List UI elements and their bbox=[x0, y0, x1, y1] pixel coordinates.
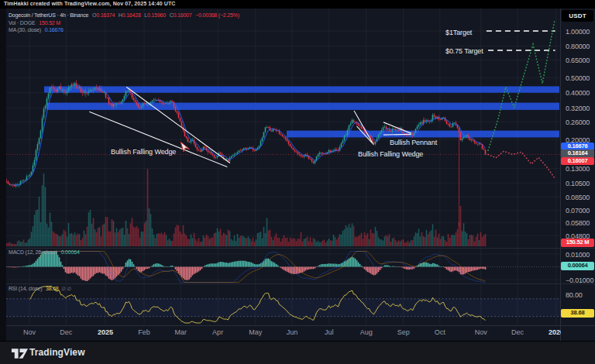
time-axis-label: Jul bbox=[325, 328, 334, 336]
price-axis-label: 0.80000 bbox=[566, 43, 590, 50]
change-value: −0.00368 (−2.25%) bbox=[195, 12, 239, 18]
macd-axis-label: 0.01000 bbox=[566, 251, 590, 259]
rsi-title: RSI (14, close) bbox=[9, 286, 42, 291]
price-axis-label: 0.10500 bbox=[566, 180, 590, 187]
annotation-falling-wedge-2[interactable]: Bullish Falling Wedge bbox=[358, 150, 423, 158]
rsi-value: 38.68 bbox=[46, 286, 59, 291]
attribution-text: TimHakki created with TradingView.com, N… bbox=[4, 1, 176, 6]
price-axis-label: 0.65000 bbox=[566, 57, 590, 64]
price-axis-label: 0.08500 bbox=[566, 194, 590, 201]
footer-bar: TradingView bbox=[0, 341, 595, 364]
macd-title: MACD (12, 26, close) bbox=[9, 249, 57, 255]
price-axis-label: 0.32000 bbox=[566, 105, 590, 112]
time-axis-label: Apr bbox=[212, 328, 223, 336]
volume-label: Vol · DOGE bbox=[9, 20, 36, 26]
ma-value: 0.16676 bbox=[45, 27, 64, 33]
tradingview-brand: TradingView bbox=[29, 347, 85, 358]
tradingview-chart-window: TimHakki created with TradingView.com, N… bbox=[0, 0, 595, 364]
time-axis-label: Dec bbox=[60, 328, 72, 336]
ma-label: MA (30, close) bbox=[9, 27, 41, 33]
tradingview-logo-icon bbox=[11, 347, 29, 359]
time-axis-label: Aug bbox=[360, 328, 373, 336]
attribution-bar: TimHakki created with TradingView.com, N… bbox=[0, 0, 595, 9]
macd-value-badge: 0.00064 bbox=[561, 262, 594, 270]
volume-value: 150.52 M bbox=[39, 20, 60, 26]
time-axis-label: 2026 bbox=[549, 328, 561, 336]
time-axis-label: Nov bbox=[475, 328, 487, 336]
symbol-ohlc-line: Dogecoin / TetherUS · 4h · Binance O0.16… bbox=[9, 12, 239, 19]
annotation-target-1[interactable]: $1Target bbox=[445, 29, 472, 36]
time-axis-label: Nov bbox=[23, 328, 36, 336]
time-axis-label: 2025 bbox=[98, 328, 113, 336]
time-axis-label: Oct bbox=[435, 328, 445, 336]
time-axis-label: Mar bbox=[174, 328, 187, 336]
macd-axis-label: −0.01000 bbox=[566, 276, 593, 284]
annotation-falling-wedge-1[interactable]: Bullish Falling Wedge bbox=[111, 148, 176, 156]
rsi-value-badge: 38.68 bbox=[561, 309, 594, 318]
high-value: 0.16428 bbox=[122, 12, 141, 18]
price-axis-label: 1.00000 bbox=[566, 28, 590, 36]
close-value: 0.16007 bbox=[174, 12, 192, 18]
time-axis-label: May bbox=[249, 328, 262, 336]
rsi-extra-values: ∅ ∅ bbox=[61, 286, 71, 291]
price-axis-label: 0.50000 bbox=[566, 74, 590, 82]
rsi-pane-title[interactable]: RSI (14, close) 38.68 ∅ ∅ bbox=[9, 286, 71, 292]
price-axis-label: 0.05800 bbox=[566, 219, 590, 227]
price-axis-label: 0.07000 bbox=[566, 207, 590, 215]
symbol-title[interactable]: Dogecoin / TetherUS · 4h · Binance bbox=[9, 12, 88, 18]
volume-badge: 150.52 M bbox=[561, 239, 594, 247]
annotation-target-075[interactable]: $0.75 Target bbox=[445, 47, 483, 55]
time-axis-label: Sep bbox=[397, 328, 410, 336]
left-margin bbox=[0, 9, 6, 341]
time-axis-label: Feb bbox=[138, 328, 150, 336]
time-axis-label: Jun bbox=[287, 328, 298, 336]
annotation-bullish-pennant[interactable]: Bullish Pennant bbox=[390, 139, 437, 146]
currency-toggle-button[interactable]: USDT bbox=[562, 10, 593, 22]
price-axis-label: 0.40000 bbox=[566, 89, 590, 97]
time-axis[interactable]: NovDec2025FebMarAprMayJunJulAugSepOctNov… bbox=[0, 325, 561, 341]
time-axis-label: Dec bbox=[511, 328, 524, 336]
macd-value: 0.00064 bbox=[61, 249, 80, 255]
macd-pane-title[interactable]: MACD (12, 26, close) 0.00064 bbox=[9, 249, 80, 255]
price-chart-canvas[interactable] bbox=[0, 0, 595, 364]
symbol-legend[interactable]: Dogecoin / TetherUS · 4h · Binance O0.16… bbox=[9, 12, 239, 34]
last-price-badge: 0.16007 bbox=[561, 157, 594, 166]
price-axis-label: 0.26000 bbox=[566, 118, 590, 126]
price-axis-label: 0.13000 bbox=[566, 165, 590, 173]
volume-line: Vol · DOGE 150.52 M bbox=[9, 19, 239, 27]
rsi-axis-label: 80.00 bbox=[566, 291, 583, 299]
open-value: 0.16374 bbox=[96, 12, 115, 18]
low-value: 0.15960 bbox=[147, 12, 166, 18]
ma-line: MA (30, close) 0.16676 bbox=[9, 26, 239, 34]
price-axis[interactable]: 1.000000.800000.650000.500000.400000.320… bbox=[560, 9, 595, 341]
